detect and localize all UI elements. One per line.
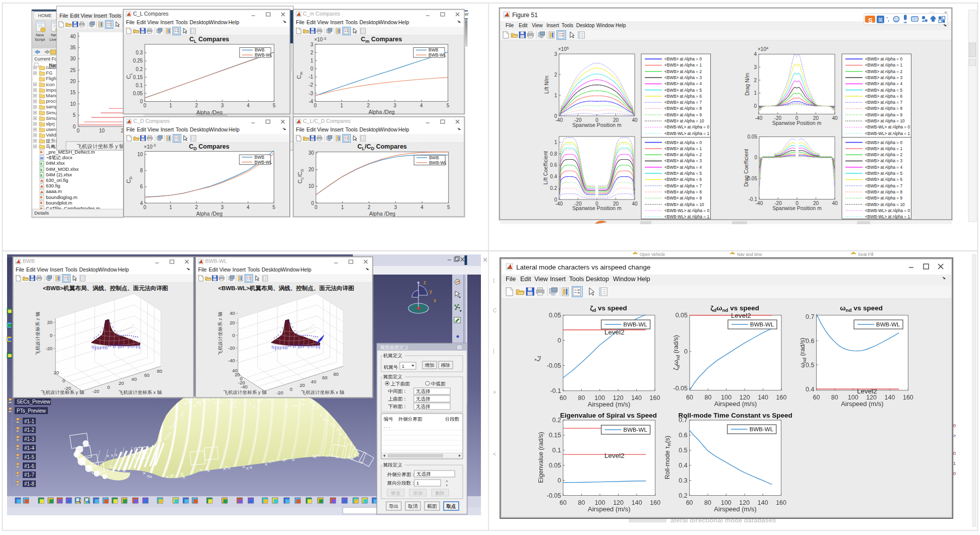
svg-text:C_L Compares: C_L Compares — [133, 11, 168, 17]
svg-text:>: > — [493, 389, 496, 395]
svg-text:30: 30 — [70, 56, 76, 61]
svg-text:8: 8 — [140, 168, 143, 173]
svg-text:Edit: Edit — [26, 266, 35, 273]
svg-text:机翼号: 机翼号 — [384, 364, 398, 370]
svg-text:<BWB> at Alpha = 1: <BWB> at Alpha = 1 — [664, 63, 702, 68]
svg-text:140: 140 — [885, 394, 895, 401]
svg-text:<BWB> at Alpha = 10: <BWB> at Alpha = 10 — [865, 119, 905, 123]
svg-text:3: 3 — [393, 103, 396, 108]
svg-text:<BWB> at Alpha = 0: <BWB> at Alpha = 0 — [664, 57, 702, 61]
svg-text:<: < — [493, 451, 496, 457]
svg-text:0: 0 — [290, 386, 292, 392]
svg-text:File: File — [127, 126, 135, 132]
svg-text:1: 1 — [554, 93, 557, 98]
svg-text:Seat Fill: Seat Fill — [858, 252, 874, 257]
svg-text:取点: 取点 — [446, 503, 456, 509]
svg-text:<BWB> at Alpha = 4: <BWB> at Alpha = 4 — [865, 82, 902, 86]
svg-text:英: 英 — [878, 17, 883, 23]
svg-text:<BWB>机翼布局、涡线、控制点、面元法向详图: <BWB>机翼布局、涡线、控制点、面元法向详图 — [43, 285, 168, 292]
svg-text:Alpha /Deg: Alpha /Deg — [196, 109, 222, 115]
svg-text:飞机设计坐标系 z 轴: 飞机设计坐标系 z 轴 — [35, 312, 40, 355]
svg-text:3: 3 — [554, 51, 557, 57]
svg-text:<BWB-WL> at Alpha = 0: <BWB-WL> at Alpha = 0 — [865, 209, 910, 213]
svg-text:<BWB-WL> at Alpha = 1: <BWB-WL> at Alpha = 1 — [664, 215, 709, 219]
svg-text:<BWB> at Alpha = 6: <BWB> at Alpha = 6 — [865, 94, 902, 99]
svg-text:Desktop: Desktop — [190, 126, 210, 132]
svg-text:File: File — [296, 126, 304, 132]
svg-text:Lateral mode characters vs air: Lateral mode characters vs airspeed chan… — [516, 263, 650, 271]
svg-text:中间面：: 中间面： — [388, 388, 407, 394]
svg-text:4: 4 — [420, 103, 423, 108]
svg-text:ζdωnd (rad/s): ζdωnd (rad/s) — [672, 335, 681, 370]
svg-text:3: 3 — [311, 42, 314, 47]
svg-text:<BWB-WL> at Alpha = 0: <BWB-WL> at Alpha = 0 — [664, 125, 709, 129]
svg-text:Tools: Tools — [176, 126, 189, 132]
svg-text:630.fig: 630.fig — [46, 183, 60, 188]
svg-text:60: 60 — [560, 394, 567, 402]
svg-text:Window: Window — [281, 266, 300, 273]
svg-text:<BWB-WL> at Alpha = 1: <BWB-WL> at Alpha = 1 — [865, 215, 910, 219]
svg-text:0: 0 — [311, 200, 314, 206]
svg-text:Window: Window — [98, 266, 117, 273]
svg-text:20: 20 — [118, 380, 124, 386]
svg-text:<BWB> at Alpha = 3: <BWB> at Alpha = 3 — [664, 159, 702, 163]
svg-text:机翼定义: 机翼定义 — [383, 353, 403, 358]
svg-text:BWB-WL: BWB-WL — [624, 321, 648, 327]
svg-text:x: x — [434, 298, 436, 303]
svg-text:boundloglog.m: boundloglog.m — [46, 194, 77, 200]
svg-text:<BWB> at Alpha = 10: <BWB> at Alpha = 10 — [865, 203, 905, 207]
svg-text:-0.1: -0.1 — [550, 387, 561, 394]
svg-text:移除: 移除 — [441, 362, 451, 368]
svg-text:编号: 编号 — [384, 416, 394, 422]
svg-text:修改: 修改 — [391, 490, 401, 496]
svg-text:5: 5 — [273, 205, 276, 210]
svg-text:Edit: Edit — [307, 126, 316, 132]
svg-text:#1-6: #1-6 — [24, 463, 34, 469]
svg-text:展向分段数：: 展向分段数： — [387, 480, 416, 486]
svg-text:-40: -40 — [240, 384, 248, 389]
svg-text:Drag Coefficient: Drag Coefficient — [743, 149, 749, 186]
svg-text:Spanwise Position m: Spanwise Position m — [572, 205, 622, 211]
svg-text:飞机设计坐标系 y 轴: 飞机设计坐标系 y 轴 — [41, 389, 84, 395]
svg-text:3: 3 — [221, 103, 224, 108]
svg-text:0.25: 0.25 — [133, 58, 143, 63]
svg-text:#1-4: #1-4 — [24, 445, 34, 451]
svg-text:-0.05: -0.05 — [547, 492, 562, 499]
svg-text:BWB: BWB — [255, 155, 265, 160]
svg-text:#1-5: #1-5 — [24, 454, 34, 460]
svg-text:S: S — [868, 17, 873, 24]
svg-text:2: 2 — [311, 50, 314, 55]
svg-text:-40: -40 — [228, 358, 235, 363]
svg-text:0.05: 0.05 — [549, 462, 561, 469]
svg-text:20: 20 — [229, 320, 235, 325]
svg-text:Insert: Insert — [94, 13, 107, 19]
svg-text:0: 0 — [143, 103, 146, 108]
svg-text:160: 160 — [650, 499, 660, 506]
svg-text:z: z — [423, 280, 426, 285]
svg-text:5: 5 — [447, 205, 450, 210]
svg-text:BWB-WL: BWB-WL — [876, 321, 900, 327]
svg-text:1: 1 — [169, 103, 172, 108]
svg-text:140: 140 — [758, 499, 768, 506]
svg-text:<BWB> at Alpha = 0: <BWB> at Alpha = 0 — [664, 141, 702, 145]
svg-text:Insert: Insert — [550, 276, 566, 283]
svg-text:40: 40 — [832, 200, 838, 206]
svg-text:0.1: 0.1 — [136, 83, 143, 88]
svg-text:Tools: Tools — [345, 19, 358, 25]
svg-text:<BWB> at Alpha = 8: <BWB> at Alpha = 8 — [664, 190, 702, 194]
svg-text:<BWB> at Alpha = 10: <BWB> at Alpha = 10 — [664, 203, 704, 207]
svg-text:File: File — [296, 19, 304, 25]
svg-text:Alpha /Deg: Alpha /Deg — [369, 211, 395, 217]
svg-text:C: C — [493, 308, 497, 313]
svg-text:-0.05: -0.05 — [547, 362, 562, 369]
svg-text:2: 2 — [367, 103, 370, 108]
svg-text:20: 20 — [234, 372, 240, 377]
svg-text:翼面曲面定义: 翼面曲面定义 — [380, 345, 409, 350]
svg-text:New: New — [36, 33, 44, 37]
svg-text:<BWB> at Alpha = 8: <BWB> at Alpha = 8 — [664, 106, 702, 111]
svg-text:140: 140 — [632, 499, 642, 506]
svg-text:BWB-WL: BWB-WL — [624, 427, 648, 433]
svg-text:Tools: Tools — [109, 13, 121, 19]
svg-text:<BWB> at Alpha = 5: <BWB> at Alpha = 5 — [664, 88, 702, 93]
svg-text:<BWB> at Alpha = 2: <BWB> at Alpha = 2 — [865, 153, 902, 157]
